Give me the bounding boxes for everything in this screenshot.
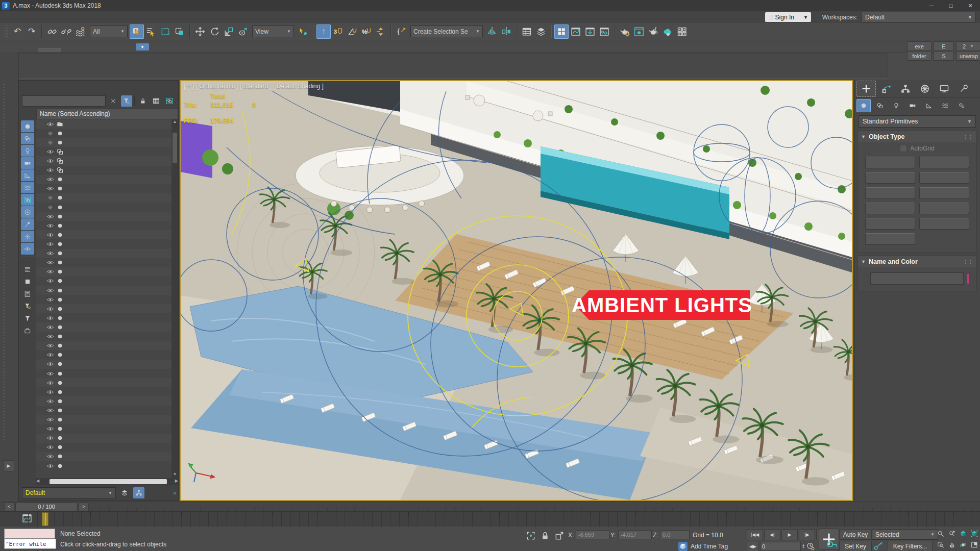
viewport-label[interactable]: [ + ] [ Orthographic ] [ Standard ] [ De… [184, 83, 324, 90]
named-selection-sets-dropdown[interactable]: Create Selection Se▼ [410, 26, 483, 37]
time-configuration-icon[interactable] [806, 542, 815, 551]
viewport[interactable]: AMBIENT LIGHTS [ + ] [ Orthographic ] [ … [180, 80, 853, 501]
tab-hierarchy[interactable] [896, 81, 915, 96]
list-item[interactable] [36, 461, 172, 470]
list-item[interactable] [36, 295, 172, 304]
selection-lock-icon[interactable] [540, 531, 550, 541]
visible-eye-icon[interactable] [46, 323, 54, 331]
create-cone-button[interactable] [919, 157, 969, 168]
tab-display[interactable] [935, 81, 953, 96]
visible-eye-icon[interactable] [46, 120, 54, 128]
primitive-category-dropdown[interactable]: Standard Primitives ▼ [859, 115, 976, 128]
select-and-rotate-button[interactable] [207, 24, 222, 39]
selection-set-key-dropdown[interactable]: Selected ▼ [872, 529, 938, 540]
sign-in-button[interactable]: Sign In ▼ [765, 12, 811, 22]
visible-eye-icon[interactable] [46, 360, 54, 368]
reference-coordinate-dropdown[interactable]: View▼ [252, 26, 294, 37]
set-key-button[interactable]: Set Key [839, 541, 872, 551]
go-to-start-button[interactable]: |◀◀ [747, 529, 763, 540]
menu-content[interactable] [175, 16, 188, 19]
maxscript-mini-listener-bottom[interactable]: "Error while [4, 539, 56, 549]
list-item[interactable] [36, 378, 172, 387]
sign-in-caret-icon[interactable]: ▼ [803, 15, 808, 20]
list-item[interactable] [36, 119, 172, 129]
visible-eye-icon[interactable] [46, 231, 54, 239]
pan-icon[interactable] [946, 539, 957, 550]
visible-eye-icon[interactable] [46, 333, 54, 340]
folder-button[interactable]: folder [907, 51, 932, 61]
display-cameras-icon[interactable] [21, 157, 34, 169]
list-item[interactable] [36, 434, 172, 443]
menu-customize[interactable] [148, 16, 161, 19]
flyout-arrow-button[interactable]: ▶ [3, 460, 14, 471]
render-setup-button[interactable] [618, 24, 632, 39]
hierarchy-mode-icon[interactable] [133, 487, 144, 498]
menu-animation[interactable] [95, 16, 108, 19]
visible-eye-icon[interactable] [46, 176, 54, 183]
select-and-move-button[interactable] [193, 24, 207, 39]
create-cylinder-button[interactable] [865, 187, 915, 199]
scrollbar-thumb[interactable] [173, 133, 177, 163]
name-color-rollout-header[interactable]: ▼ Name and Color ⋮⋮ [858, 256, 976, 267]
list-item[interactable] [36, 175, 172, 184]
category-shapes[interactable] [873, 99, 887, 112]
visible-eye-icon[interactable] [46, 296, 54, 304]
isolate-selection-icon[interactable] [526, 531, 536, 541]
object-color-swatch[interactable] [967, 273, 969, 284]
key-mode-toggle-icon[interactable] [873, 541, 884, 551]
display-containers-icon[interactable] [21, 206, 34, 218]
display-bones-icon[interactable] [21, 218, 34, 230]
visible-eye-icon[interactable] [46, 462, 54, 470]
category-systems[interactable] [954, 99, 969, 112]
list-item[interactable] [36, 138, 172, 147]
list-item[interactable] [36, 452, 172, 461]
category-cameras[interactable] [905, 99, 920, 112]
zoom-all-icon[interactable] [946, 528, 957, 539]
previous-frame-button[interactable]: ◀| [764, 529, 780, 540]
visible-eye-icon[interactable] [46, 148, 54, 156]
visible-eye-icon[interactable] [46, 453, 54, 460]
display-geometry-icon[interactable] [21, 120, 34, 132]
visible-eye-icon[interactable] [46, 388, 54, 396]
list-item[interactable] [36, 304, 172, 313]
bind-to-space-warp-button[interactable] [74, 24, 88, 39]
list-item[interactable] [36, 212, 172, 221]
frame-spinner[interactable]: ▲▼ [802, 544, 805, 549]
create-teapot-button[interactable] [865, 218, 915, 230]
expand-materials-icon[interactable] [21, 288, 34, 299]
tab-create[interactable] [856, 81, 876, 97]
menu-help[interactable] [201, 16, 214, 19]
auto-key-button[interactable]: Auto Key [839, 529, 872, 540]
spinner-snap-toggle[interactable] [374, 24, 388, 39]
s-button[interactable]: S [934, 51, 954, 61]
menu-views[interactable] [55, 16, 68, 19]
create-sphere-button[interactable] [865, 172, 915, 184]
maximize-button[interactable]: □ [941, 1, 961, 11]
visible-eye-icon[interactable] [46, 222, 54, 230]
render-production-button[interactable] [646, 24, 660, 39]
display-frozen-icon[interactable] [21, 231, 34, 242]
y-coordinate-field[interactable]: -4.017 [618, 530, 652, 539]
selection-filter-dropdown[interactable]: All▼ [90, 26, 128, 37]
menu-group[interactable] [42, 16, 55, 19]
menu-create[interactable] [68, 16, 82, 19]
hidden-icon[interactable] [46, 130, 54, 137]
rectangular-selection-region-button[interactable] [158, 24, 173, 39]
select-and-place-button[interactable]: ↑ [316, 24, 331, 39]
visible-eye-icon[interactable] [46, 443, 54, 451]
macro-2-dropdown[interactable]: 2▼ [956, 41, 980, 51]
list-item[interactable] [36, 286, 172, 295]
edit-named-selection-sets-button[interactable] [394, 24, 408, 39]
vertical-scrollbar[interactable]: ▲ ▼ [172, 119, 178, 478]
list-item[interactable] [36, 313, 172, 322]
display-hidden-icon[interactable] [21, 243, 34, 255]
hscroll-thumb[interactable] [50, 479, 167, 484]
x-coordinate-field[interactable]: -6.659 [576, 530, 609, 539]
rendered-frame-window-button[interactable] [632, 24, 646, 39]
exe-button[interactable]: exe [907, 41, 932, 51]
visible-eye-icon[interactable] [46, 351, 54, 359]
absolute-offset-toggle-icon[interactable] [554, 531, 565, 541]
menu-graph-editors[interactable] [108, 16, 121, 19]
zoom-region-icon[interactable] [935, 539, 946, 550]
visible-eye-icon[interactable] [46, 166, 54, 174]
